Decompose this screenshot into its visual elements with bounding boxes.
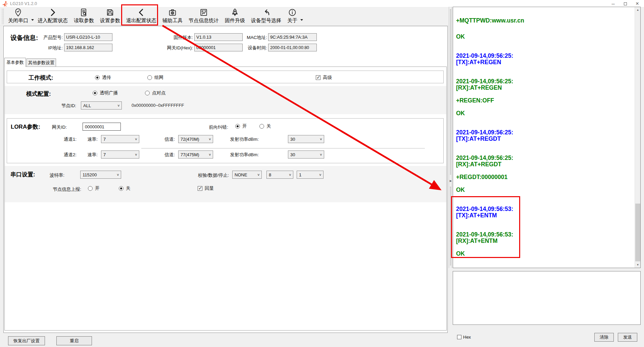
tab-label: 基本参数 <box>6 59 24 66</box>
dropdown-value: 7 <box>103 152 106 157</box>
rate2-label: 速率: <box>82 152 98 158</box>
toolbar-button-firmware-upgrade[interactable]: 固件升级 <box>222 7 248 26</box>
gateway-id-hex-field[interactable]: 00000001 <box>194 44 243 51</box>
toolbar: 关闭串口 进入配置状态 读取参数 设置参数 退出配置状态 <box>0 7 448 26</box>
radio-transparent-mode[interactable]: 透传 <box>95 75 111 81</box>
radio-label: 透传 <box>102 75 111 81</box>
floppy-disk-icon <box>106 8 114 17</box>
channel1-label: 通道1: <box>56 136 77 142</box>
close-button[interactable]: × <box>631 0 643 7</box>
channel1-freq-dropdown[interactable]: 72(470M) <box>178 135 213 143</box>
panel-splitter[interactable] <box>449 7 452 268</box>
scroll-up-icon[interactable] <box>635 7 641 13</box>
toolbar-button-exit-config[interactable]: 退出配置状态 <box>123 7 159 26</box>
log-entry: 2021-09-14,09:56:53:[RX]:AT+ENTM <box>456 231 634 244</box>
radio-fec-on[interactable]: 开 <box>235 123 247 129</box>
dropdown-value: 77(475M) <box>181 152 199 157</box>
tab-other-params[interactable]: 其他参数设置 <box>27 58 56 67</box>
scroll-down-icon[interactable] <box>635 262 641 268</box>
device-time-field[interactable]: 2000-01-01,00:00:80 <box>268 44 317 51</box>
factory-reset-button[interactable]: 恢复出厂设置 <box>8 336 45 345</box>
log-output-panel[interactable]: +MQTTPWD:www.usr.cnOK2021-09-14,09:56:25… <box>453 7 641 268</box>
toolbar-button-label: 设置参数 <box>100 17 120 24</box>
checkbox-advanced[interactable]: 高级 <box>316 75 332 81</box>
mode-config-section: 模式配置: 透明广播 点对点 节点ID: ALL 0x00000000~0xFF… <box>5 86 446 114</box>
dropdown-value: 30 <box>290 152 295 157</box>
ip-address-field[interactable]: 192.168.8.162 <box>64 44 112 51</box>
radio-label: 开 <box>242 123 247 129</box>
toolbar-gripper[interactable] <box>2 9 4 24</box>
data-bits-dropdown[interactable]: 8 <box>266 171 293 179</box>
node-id-dropdown[interactable]: ALL <box>81 101 122 110</box>
power2-dropdown[interactable]: 30 <box>288 150 324 159</box>
parity-data-stop-label: 校验/数据/停止: <box>188 172 229 178</box>
maximize-button[interactable] <box>619 0 631 7</box>
tab-basic-params[interactable]: 基本参数 <box>4 58 26 67</box>
close-serial-dropdown-caret-icon[interactable] <box>31 19 34 21</box>
checkbox-hex[interactable]: Hex <box>457 335 471 340</box>
channel1-freq-label: 信道: <box>159 136 175 142</box>
node-report-label: 节点信息上报: <box>41 186 81 192</box>
toolbar-button-aux-tools[interactable]: 辅助工具 <box>159 7 186 26</box>
stop-bits-dropdown[interactable]: 1 <box>297 171 324 179</box>
checkbox-unchecked-icon <box>457 335 461 339</box>
splitter-dots <box>450 187 451 265</box>
channel2-freq-dropdown[interactable]: 77(475M) <box>178 150 213 159</box>
toolbar-button-set-params[interactable]: 设置参数 <box>97 7 123 26</box>
ip-address-label: IP地址: <box>31 45 63 51</box>
log-entry: +REGEN:OFF <box>456 97 634 104</box>
parity-dropdown[interactable]: NONE <box>232 171 262 179</box>
radio-selected-icon <box>95 75 100 80</box>
rate1-label: 速率: <box>82 136 98 142</box>
toolbar-button-enter-config[interactable]: 进入配置状态 <box>35 7 71 26</box>
rate1-dropdown[interactable]: 7 <box>101 135 139 143</box>
send-input-panel[interactable] <box>453 271 641 325</box>
send-button[interactable]: 发送 <box>618 333 637 342</box>
mac-address-field[interactable]: 9C:A5:25:94:7A:3A <box>268 33 317 41</box>
lora-params-label: LORA参数: <box>11 123 40 131</box>
radio-selected-icon <box>93 91 97 95</box>
log-lines: +MQTTPWD:www.usr.cnOK2021-09-14,09:56:25… <box>456 17 634 266</box>
restart-button[interactable]: 重启 <box>56 336 92 345</box>
toolbar-button-close-serial[interactable]: 关闭串口 <box>5 7 31 26</box>
toolbar-button-label: 进入配置状态 <box>38 17 68 24</box>
toolbar-button-node-stats[interactable]: 节点信息统计 <box>186 7 222 26</box>
toolbar-button-about[interactable]: 关于 <box>284 7 300 26</box>
minimize-button[interactable]: ─ <box>607 0 619 7</box>
clear-button[interactable]: 清除 <box>594 333 614 342</box>
radio-point-to-point[interactable]: 点对点 <box>145 90 166 96</box>
radio-network-mode[interactable]: 组网 <box>147 75 163 81</box>
chevron-right-icon <box>48 8 57 17</box>
splitter-collapse-icon[interactable] <box>449 176 452 185</box>
checkbox-echo[interactable]: 回显 <box>198 185 214 191</box>
node-id-range-hint: 0x00000000~0xFFFFFFFF <box>132 103 184 108</box>
toolbox-icon <box>168 8 177 17</box>
log-entry: OK <box>456 110 634 117</box>
info-circle-icon <box>288 8 297 17</box>
back-arrow-icon <box>262 8 270 17</box>
power1-dropdown[interactable]: 30 <box>288 135 324 143</box>
about-dropdown-caret-icon[interactable] <box>300 19 303 21</box>
toolbar-button-read-params[interactable]: 读取参数 <box>71 7 97 26</box>
product-model-field[interactable]: USR-LG210-L-10 <box>64 33 112 41</box>
log-scrollbar[interactable] <box>635 7 640 268</box>
lora-gateway-id-input[interactable]: 00000001 <box>83 123 121 131</box>
radio-unselected-icon <box>147 75 152 80</box>
radio-label: 透明广播 <box>100 90 118 96</box>
toolbar-button-label: 关于 <box>287 17 297 24</box>
radio-fec-off[interactable]: 关 <box>259 123 271 129</box>
baud-rate-dropdown[interactable]: 115200 <box>80 171 121 179</box>
radio-report-off[interactable]: 关 <box>119 185 131 191</box>
firmware-version-label: 固件版本: <box>165 35 193 41</box>
checkbox-label: 高级 <box>323 75 332 81</box>
rate2-dropdown[interactable]: 7 <box>101 150 139 159</box>
toolbar-button-label: 关闭串口 <box>8 17 28 24</box>
minimize-icon: ─ <box>611 1 614 6</box>
radio-transparent-broadcast[interactable]: 透明广播 <box>93 90 118 96</box>
power1-label: 发射功率dBm: <box>218 136 259 142</box>
toolbar-button-device-model-select[interactable]: 设备型号选择 <box>248 7 284 26</box>
scrollbar-thumb[interactable] <box>635 204 640 261</box>
radio-label: 关 <box>126 185 131 191</box>
radio-report-on[interactable]: 开 <box>88 185 100 191</box>
firmware-version-field[interactable]: V1.0.13 <box>194 33 243 41</box>
